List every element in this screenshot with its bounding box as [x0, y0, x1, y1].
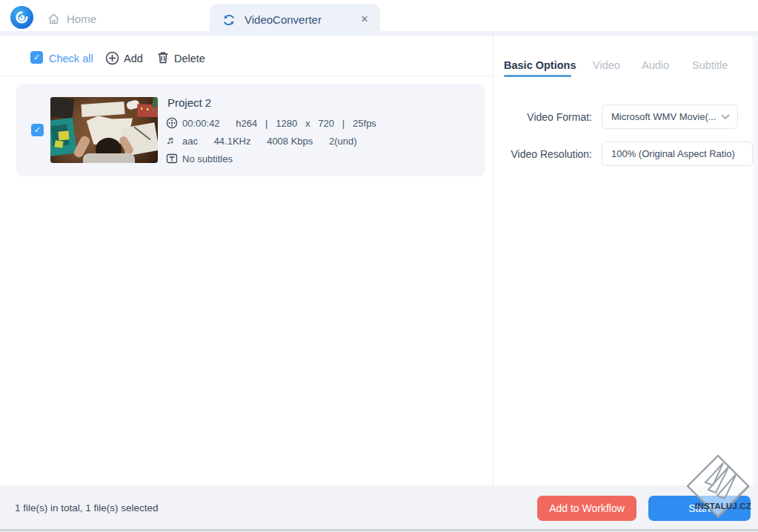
- add-button[interactable]: Add: [124, 53, 143, 64]
- subtitle-info: No subtitles: [182, 153, 233, 164]
- subtitle-icon: [166, 153, 178, 167]
- active-tab-underline: [504, 75, 571, 77]
- tab-video[interactable]: Video: [593, 59, 620, 71]
- app-logo: [10, 6, 33, 29]
- music-note-icon: ♬: [166, 133, 177, 146]
- home-tab[interactable]: Home: [47, 10, 96, 27]
- tab-videoconverter-label: VideoConverter: [245, 13, 322, 26]
- tab-basic-options[interactable]: Basic Options: [504, 59, 576, 71]
- video-format-select[interactable]: Microsoft WMV Movie(...: [602, 104, 738, 129]
- toolbar-separator: [0, 76, 493, 76]
- file-title: Project 2: [167, 96, 211, 109]
- home-icon: [47, 13, 60, 25]
- tab-audio[interactable]: Audio: [642, 59, 669, 71]
- film-reel-icon: [166, 117, 178, 132]
- window-bottom-edge: [0, 529, 758, 531]
- file-checkbox[interactable]: ✓: [31, 124, 44, 136]
- delete-button[interactable]: Delete: [174, 53, 205, 64]
- tab-subtitle[interactable]: Subtitle: [692, 59, 728, 71]
- add-to-workflow-button[interactable]: Add to Workflow: [537, 496, 636, 521]
- sync-icon: [222, 13, 236, 27]
- app-logo-icon: [15, 10, 29, 24]
- check-icon: ✓: [34, 126, 41, 134]
- video-format-label: Video Format:: [478, 111, 592, 123]
- video-info: 00:00:42 h264 | 1280 x 720 | 25fps: [182, 118, 376, 129]
- chevron-down-icon: [721, 114, 730, 120]
- add-icon[interactable]: [105, 51, 119, 68]
- tab-close-icon[interactable]: ×: [358, 11, 371, 27]
- panel-divider: [493, 36, 493, 485]
- tab-videoconverter[interactable]: VideoConverter ×: [210, 4, 380, 36]
- check-all-label[interactable]: Check all: [49, 53, 93, 64]
- instaluj-watermark-text: INSTALUJ.CZ: [695, 502, 751, 511]
- delete-icon[interactable]: [156, 50, 170, 67]
- video-thumbnail: [50, 97, 158, 163]
- audio-info: aac 44.1KHz 4008 Kbps 2(und): [182, 136, 357, 147]
- check-icon: ✓: [33, 53, 40, 61]
- check-all-checkbox[interactable]: ✓: [30, 51, 43, 64]
- video-format-value: Microsoft WMV Movie(...: [611, 111, 721, 122]
- scrollbar-track[interactable]: [753, 36, 758, 485]
- home-tab-label: Home: [67, 13, 96, 25]
- video-resolution-label: Video Resolution:: [478, 148, 592, 160]
- video-resolution-value: 100% (Original Aspect Ratio): [611, 148, 745, 159]
- status-summary: 1 file(s) in total, 1 file(s) selected: [15, 502, 159, 513]
- video-resolution-select[interactable]: 100% (Original Aspect Ratio): [602, 142, 753, 166]
- titlebar: Home VideoConverter × ⚙ ×: [0, 0, 758, 36]
- app-window: Home VideoConverter × ⚙ × ✓ Check all: [0, 0, 758, 532]
